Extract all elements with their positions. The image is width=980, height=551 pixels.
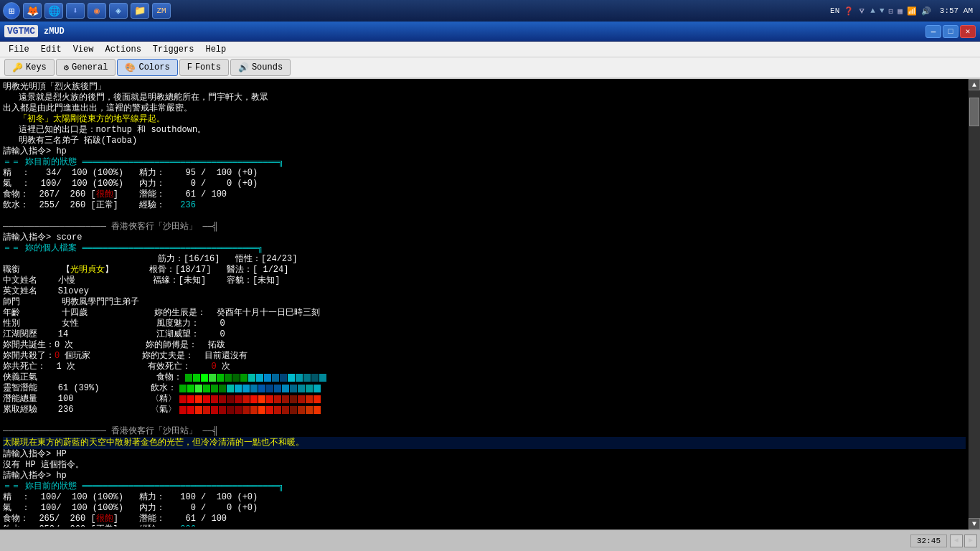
line-16: ＝＝ 妳的個人檔案 ══════════════════════════════… (3, 243, 966, 254)
sounds-icon: 🔊 (238, 62, 249, 73)
line-12: 飲水： 255/ 260 [正常] 經驗： 236 (3, 200, 966, 211)
line-37: 請輸入指令> hp (3, 471, 966, 481)
fonts-label: Fonts (195, 62, 221, 72)
line-10: 氣 ： 100/ 100 (100%) 內力： 0 / 0 (+0) (3, 179, 966, 189)
line-7: 請輸入指令> hp (3, 146, 966, 157)
scroll-down-arrow[interactable]: ▼ (969, 518, 980, 529)
system-tray: EN ❓ ⛛ ▲ ▼ ⊟ ▦ 📶 🔊 3:57 AM (830, 6, 977, 16)
line-8: ＝＝ 妳目前的狀態 ══════════════════════════════… (3, 157, 966, 168)
line-5: 這裡已知的出口是：northup 和 southdown。 (3, 125, 966, 136)
line-41: 食物： 265/ 260 [很飽] 潛能： 61 / 100 (3, 514, 966, 524)
line-21: 師門 明教風學門門主弟子 (3, 297, 966, 308)
line-22: 年齡 十四歲 妳的生辰是： 癸酉年十月十一日巳時三刻 (3, 308, 966, 319)
line-2: 遠景就是烈火族的後門，後面就是明教總舵所在，門宇軒大，教眾 (3, 93, 966, 103)
tab-keys[interactable]: 🔑 Keys (4, 59, 55, 76)
signal-icon: 📶 (907, 6, 917, 16)
status-bar: 32:45 ◄ ► (0, 529, 980, 551)
start-orb[interactable]: ⊞ (3, 2, 20, 19)
line-40: 氣 ： 100/ 100 (100%) 內力： 0 / 0 (+0) (3, 503, 966, 514)
lang-indicator: EN (830, 6, 839, 15)
arrow-icon1: ▲ (870, 6, 875, 15)
line-6: 明教有三名弟子 拓跋(Taoba) (3, 136, 966, 146)
line-9: 精 ： 34/ 100 (100%) 精力： 95 / 100 (+0) (3, 168, 966, 179)
nav-next-button[interactable]: ► (964, 534, 977, 547)
line-27: 妳共死亡： 1 次 有效死亡： 0 次 (3, 362, 966, 372)
general-icon: ⚙ (64, 62, 69, 73)
line-24: 江湖閱歷 14 江湖威望： 0 (3, 329, 966, 340)
sounds-label: Sounds (252, 62, 283, 72)
zd-btn[interactable]: ◈ (109, 3, 128, 19)
dl-btn[interactable]: ⬇ (66, 3, 85, 19)
minimize-button[interactable]: — (925, 25, 941, 38)
qi-bar (179, 406, 321, 414)
line-4: 「初冬」太陽剛從東方的地平線昇起。 (3, 114, 966, 125)
window-icon: ⊟ (889, 6, 894, 16)
position-indicator: 32:45 (910, 534, 947, 547)
toolbar: 🔑 Keys ⚙ General 🎨 Colors F Fonts 🔊 Soun… (0, 57, 980, 79)
fonts-icon: F (187, 62, 192, 72)
line-32 (3, 415, 966, 426)
help-icon: ❓ (844, 6, 854, 16)
maximize-button[interactable]: □ (943, 25, 958, 38)
bd-btn[interactable]: ◉ (88, 3, 106, 19)
line-34: 太陽現在東方的蔚藍的天空中散射著金色的光芒，但冷冷清清的一點也不和暖。 (3, 437, 966, 449)
line-20: 英文姓名 Slovey (3, 286, 966, 297)
line-15: 請輸入指令> score (3, 232, 966, 243)
line-14: ──────────────────── 香港俠客行「沙田站」 ──╣ (3, 222, 966, 232)
line-23: 性別 女性 風度魅力： 0 (3, 319, 966, 329)
window-title-text: zMUD (44, 27, 65, 37)
line-13 (3, 211, 966, 222)
window-titlebar: VGTMC zMUD — □ ✕ (0, 22, 980, 42)
scroll-up-arrow[interactable]: ▲ (969, 79, 980, 90)
line-39: 精 ： 100/ 100 (100%) 精力： 100 / 100 (+0) (3, 492, 966, 503)
menu-triggers[interactable]: Triggers (147, 43, 200, 56)
app-logo: VGTMC (4, 25, 38, 37)
menu-file[interactable]: File (3, 43, 35, 56)
menu-view[interactable]: View (67, 43, 100, 56)
keys-icon: 🔑 (12, 62, 23, 73)
display-icon: ▦ (897, 6, 903, 16)
water-bar (179, 385, 321, 392)
tab-general[interactable]: ⚙ General (56, 59, 116, 76)
tab-fonts[interactable]: F Fonts (179, 59, 229, 76)
tab-colors[interactable]: 🎨 Colors (117, 59, 177, 76)
arrow-icon2: ▼ (880, 6, 885, 15)
system-clock: 3:57 AM (936, 6, 977, 15)
line-36: 沒有 HP 這個指令。 (3, 460, 966, 471)
line-19: 中文姓名 小慢 福緣：[未知] 容貌：[未知] (3, 276, 966, 286)
dir-btn[interactable]: 📁 (131, 3, 149, 19)
nav-buttons: ◄ ► (950, 534, 977, 547)
terminal[interactable]: 明教光明頂「烈火族後門」 遠景就是烈火族的後門，後面就是明教總舵所在，門宇軒大，… (0, 79, 969, 529)
volume-icon: 🔊 (921, 6, 931, 16)
taskbar-buttons: ⊞ 🦊 🌐 ⬇ ◉ ◈ 📁 ZM (3, 2, 171, 19)
nav-prev-button[interactable]: ◄ (950, 534, 963, 547)
line-30: 潛能總量 100 〈精〉 (3, 394, 966, 405)
line-31: 累取經驗 236 〈氣〉 (3, 405, 966, 415)
network-icon: ⛛ (858, 6, 866, 16)
menu-edit[interactable]: Edit (35, 43, 67, 56)
line-11: 食物： 267/ 260 [很飽] 潛能： 61 / 100 (3, 189, 966, 200)
terminal-content: 明教光明頂「烈火族後門」 遠景就是烈火族的後門，後面就是明教總舵所在，門宇軒大，… (3, 82, 966, 527)
window-controls: — □ ✕ (925, 25, 976, 38)
ie-btn[interactable]: 🌐 (44, 3, 63, 19)
menu-help[interactable]: Help (199, 43, 232, 56)
menu-bar: File Edit View Actions Triggers Help (0, 42, 980, 57)
line-3: 出入都是由此門進進出出，這裡的警戒非常嚴密。 (3, 103, 966, 114)
system-taskbar-top: ⊞ 🦊 🌐 ⬇ ◉ ◈ 📁 ZM EN ❓ ⛛ ▲ ▼ ⊟ ▦ 📶 🔊 3:57… (0, 0, 980, 22)
scroll-track[interactable] (969, 90, 980, 518)
window-title-group: VGTMC zMUD (4, 25, 65, 37)
line-33: ──────────────────── 香港俠客行「沙田站」 ──╣ (3, 426, 966, 437)
line-1: 明教光明頂「烈火族後門」 (3, 82, 966, 93)
close-button[interactable]: ✕ (960, 25, 976, 38)
line-17: 筋力：[16/16] 悟性：[24/23] (3, 254, 966, 265)
scroll-thumb[interactable] (969, 98, 979, 126)
firefox-btn[interactable]: 🦊 (23, 3, 42, 19)
zmu-btn[interactable]: ZM (152, 3, 171, 19)
scrollbar[interactable]: ▲ ▼ (969, 79, 980, 529)
line-38: ＝＝ 妳目前的狀態 ══════════════════════════════… (3, 481, 966, 492)
colors-label: Colors (138, 62, 169, 72)
menu-actions[interactable]: Actions (99, 43, 146, 56)
tab-sounds[interactable]: 🔊 Sounds (230, 59, 291, 76)
line-42: 飲水： 253/ 260 [正常] 經驗： 236 (3, 524, 966, 527)
main-area: 明教光明頂「烈火族後門」 遠景就是烈火族的後門，後面就是明教總舵所在，門宇軒大，… (0, 79, 980, 529)
